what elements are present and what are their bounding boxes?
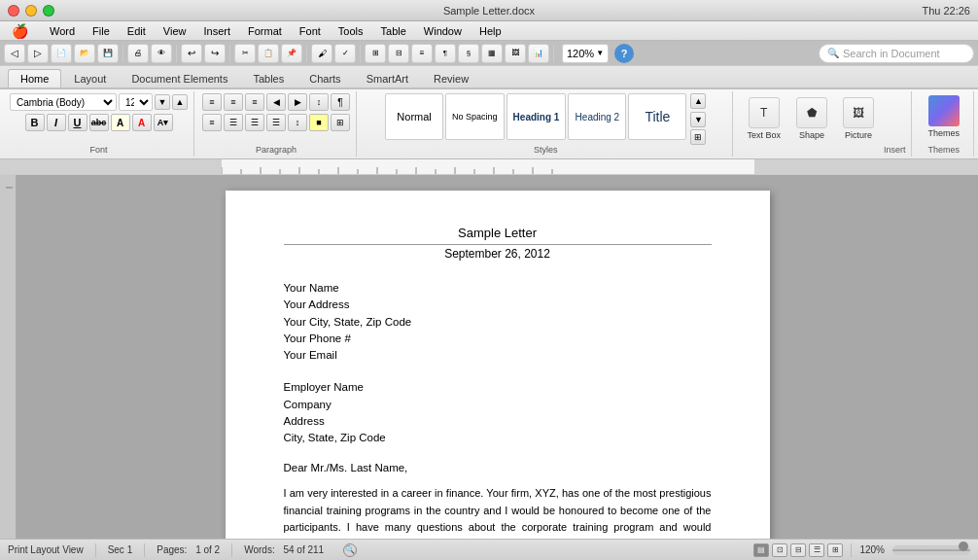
- minimize-button[interactable]: [25, 5, 37, 17]
- copy-button[interactable]: 📋: [258, 44, 279, 63]
- menu-insert[interactable]: Insert: [195, 24, 238, 38]
- spellcheck-button[interactable]: ✓: [334, 44, 356, 63]
- menu-format[interactable]: Format: [240, 24, 290, 38]
- style-heading2[interactable]: Heading 2: [568, 93, 626, 140]
- shading-button[interactable]: ■: [309, 114, 329, 131]
- undo-button[interactable]: ↩: [181, 44, 202, 63]
- special-button[interactable]: §: [458, 44, 479, 63]
- pilcrow-button[interactable]: ¶: [331, 93, 350, 111]
- print-button[interactable]: 🖨: [127, 44, 149, 63]
- maximize-button[interactable]: [43, 5, 54, 17]
- forward-button[interactable]: ▷: [27, 44, 49, 63]
- styles-scroll-down[interactable]: ▼: [690, 112, 706, 127]
- shape-insert[interactable]: ⬟ Shape: [790, 95, 833, 142]
- font-effect-button[interactable]: A▾: [154, 114, 173, 131]
- close-button[interactable]: [8, 5, 19, 17]
- doc-button[interactable]: ▦: [481, 44, 503, 63]
- columns-button[interactable]: ⊟: [388, 44, 409, 63]
- document-area[interactable]: 🧑‍💻 APPUALS TECH HOW-TO'S FROM THE EXPER…: [17, 175, 978, 539]
- apple-menu[interactable]: 🍎: [4, 22, 36, 40]
- themes-button[interactable]: Themes: [920, 93, 967, 140]
- font-size-increase[interactable]: ▲: [172, 94, 188, 110]
- window-controls[interactable]: [8, 5, 54, 17]
- outline-view-btn[interactable]: ☰: [809, 543, 824, 557]
- menu-edit[interactable]: Edit: [120, 24, 154, 38]
- increase-indent-button[interactable]: ▶: [288, 93, 307, 111]
- print-layout-view-btn[interactable]: ▤: [753, 543, 769, 557]
- zoom-slider[interactable]: [892, 545, 970, 555]
- menu-word[interactable]: Word: [42, 24, 83, 38]
- paint-format-button[interactable]: 🖌: [311, 44, 332, 63]
- para-button[interactable]: ¶: [435, 44, 456, 63]
- media-button[interactable]: 🖼: [505, 44, 526, 63]
- menu-help[interactable]: Help: [472, 24, 509, 38]
- cut-button[interactable]: ✂: [234, 44, 256, 63]
- redo-button[interactable]: ↪: [204, 44, 226, 63]
- styles-more[interactable]: ⊞: [690, 129, 706, 145]
- main-layout: | 🧑‍💻 APPUALS TECH HOW-TO'S FROM THE EXP…: [0, 175, 978, 539]
- web-layout-view-btn[interactable]: ⊟: [790, 543, 806, 557]
- tab-home[interactable]: Home: [8, 69, 61, 88]
- sort-button[interactable]: ↕: [309, 93, 329, 111]
- align-right-button[interactable]: ☰: [245, 114, 264, 131]
- borders-button[interactable]: ⊞: [331, 114, 350, 131]
- bold-button[interactable]: B: [25, 114, 45, 131]
- chart-button[interactable]: 📊: [528, 44, 549, 63]
- zoom-dropdown-icon[interactable]: ▼: [596, 49, 604, 57]
- search-document-box[interactable]: 🔍 Search in Document: [819, 44, 974, 63]
- sender-address: Your Name Your Address Your City, State,…: [284, 280, 712, 364]
- page-wrapper: 🧑‍💻 APPUALS TECH HOW-TO'S FROM THE EXPER…: [17, 175, 978, 539]
- textbox-insert[interactable]: T Text Box: [741, 95, 786, 142]
- zoom-thumb[interactable]: [959, 542, 968, 551]
- decrease-indent-button[interactable]: ◀: [266, 93, 286, 111]
- menu-view[interactable]: View: [156, 24, 194, 38]
- font-size-decrease[interactable]: ▼: [155, 94, 170, 110]
- highlight-button[interactable]: A: [111, 114, 130, 131]
- font-color-button[interactable]: A: [132, 114, 152, 131]
- help-button[interactable]: ?: [614, 44, 634, 63]
- font-name-dropdown[interactable]: Cambria (Body): [10, 93, 117, 111]
- picture-insert[interactable]: 🖼 Picture: [837, 95, 880, 142]
- underline-button[interactable]: U: [68, 114, 87, 131]
- save-button[interactable]: 💾: [97, 44, 119, 63]
- menu-table[interactable]: Table: [373, 24, 414, 38]
- print-preview-button[interactable]: 👁: [151, 44, 172, 63]
- menu-file[interactable]: File: [85, 24, 118, 38]
- full-screen-view-btn[interactable]: ⊡: [772, 543, 787, 557]
- menu-window[interactable]: Window: [416, 24, 470, 38]
- font-size-dropdown[interactable]: 12: [119, 93, 153, 111]
- tab-charts[interactable]: Charts: [297, 69, 353, 88]
- style-no-spacing[interactable]: No Spacing: [445, 93, 505, 140]
- list-button[interactable]: ≡: [411, 44, 433, 63]
- words-indicator: Words: 54 of 211: [244, 544, 324, 555]
- tab-tables[interactable]: Tables: [240, 69, 297, 88]
- numbered-list-button[interactable]: ≡: [224, 93, 243, 111]
- style-title[interactable]: Title: [628, 93, 686, 140]
- tab-smartart[interactable]: SmartArt: [354, 69, 421, 88]
- tab-review[interactable]: Review: [421, 69, 481, 88]
- title-bar-right: Thu 22:26: [922, 5, 970, 17]
- open-button[interactable]: 📂: [74, 44, 95, 63]
- menu-font[interactable]: Font: [292, 24, 329, 38]
- tables-button[interactable]: ⊞: [365, 44, 386, 63]
- tab-layout[interactable]: Layout: [61, 69, 119, 88]
- notebook-view-btn[interactable]: ⊞: [827, 543, 843, 557]
- effect-icon: A▾: [157, 118, 169, 127]
- bullets-button[interactable]: ≡: [202, 93, 222, 111]
- multi-list-button[interactable]: ≡: [245, 93, 264, 111]
- new-button[interactable]: 📄: [51, 44, 72, 63]
- line-spacing-button[interactable]: ↕: [288, 114, 307, 131]
- align-center-button[interactable]: ☰: [224, 114, 243, 131]
- styles-scroll-up[interactable]: ▲: [690, 93, 706, 109]
- tab-document-elements[interactable]: Document Elements: [119, 69, 240, 88]
- style-heading1[interactable]: Heading 1: [506, 93, 567, 140]
- strikethrough-button[interactable]: abc: [89, 114, 109, 131]
- justify-button[interactable]: ☰: [266, 114, 286, 131]
- zoom-value: 120%: [567, 48, 594, 59]
- style-normal[interactable]: Normal: [385, 93, 443, 140]
- menu-tools[interactable]: Tools: [331, 24, 371, 38]
- paste-button[interactable]: 📌: [281, 44, 302, 63]
- align-left-button[interactable]: ≡: [202, 114, 222, 131]
- italic-button[interactable]: I: [47, 114, 66, 131]
- back-button[interactable]: ◁: [4, 44, 25, 63]
